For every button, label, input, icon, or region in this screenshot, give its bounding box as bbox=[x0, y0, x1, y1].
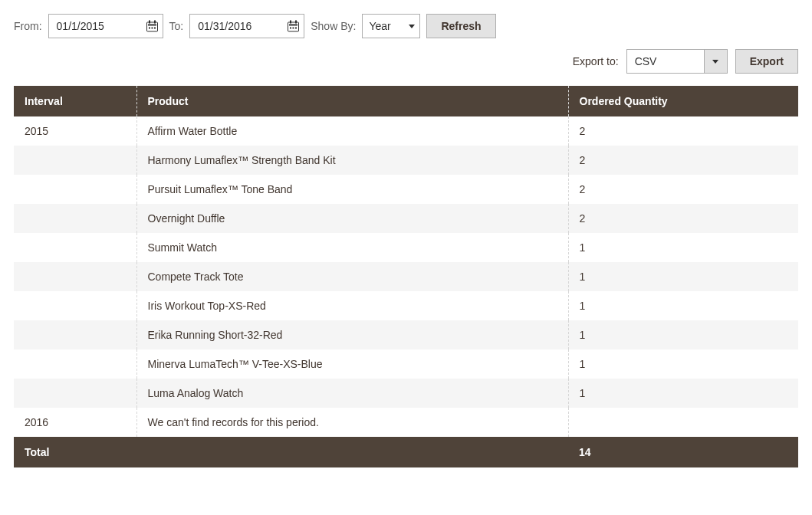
from-date-input[interactable] bbox=[48, 14, 163, 38]
table-header-row: Interval Product Ordered Quantity bbox=[14, 86, 798, 116]
cell-quantity bbox=[568, 408, 798, 437]
export-format-group bbox=[626, 49, 728, 74]
footer-empty bbox=[136, 437, 568, 467]
cell-interval bbox=[14, 233, 136, 262]
table-row: Harmony Lumaflex™ Strength Band Kit2 bbox=[14, 146, 798, 175]
cell-product: Luma Analog Watch bbox=[136, 379, 568, 408]
from-date-wrap bbox=[48, 14, 163, 38]
cell-interval bbox=[14, 146, 136, 175]
to-label: To: bbox=[169, 20, 184, 32]
cell-product: Overnight Duffle bbox=[136, 204, 568, 233]
export-button[interactable]: Export bbox=[735, 49, 798, 74]
cell-quantity: 1 bbox=[568, 320, 798, 349]
cell-quantity: 2 bbox=[568, 146, 798, 175]
cell-product: Pursuit Lumaflex™ Tone Band bbox=[136, 175, 568, 204]
cell-quantity: 2 bbox=[568, 116, 798, 146]
cell-product: Summit Watch bbox=[136, 233, 568, 262]
table-footer-row: Total 14 bbox=[14, 437, 798, 467]
table-row: Iris Workout Top-XS-Red1 bbox=[14, 291, 798, 320]
show-by-select[interactable]: Year bbox=[362, 14, 420, 38]
table-row: Pursuit Lumaflex™ Tone Band2 bbox=[14, 175, 798, 204]
filter-toolbar: From: To: Show By: Year Refresh bbox=[14, 14, 798, 38]
refresh-button[interactable]: Refresh bbox=[426, 14, 495, 38]
cell-interval bbox=[14, 320, 136, 349]
cell-product: Iris Workout Top-XS-Red bbox=[136, 291, 568, 320]
cell-product: Compete Track Tote bbox=[136, 262, 568, 291]
footer-label: Total bbox=[14, 437, 136, 467]
cell-product: Erika Running Short-32-Red bbox=[136, 320, 568, 349]
cell-empty-message: We can't find records for this period. bbox=[136, 408, 568, 437]
cell-interval bbox=[14, 291, 136, 320]
export-format-select[interactable] bbox=[627, 50, 704, 73]
table-row: 2016We can't find records for this perio… bbox=[14, 408, 798, 437]
table-row: Compete Track Tote1 bbox=[14, 262, 798, 291]
export-to-label: Export to: bbox=[573, 55, 619, 67]
cell-interval bbox=[14, 175, 136, 204]
export-format-caret[interactable] bbox=[704, 50, 727, 73]
export-toolbar: Export to: Export bbox=[14, 49, 798, 74]
cell-product: Affirm Water Bottle bbox=[136, 116, 568, 146]
report-table: Interval Product Ordered Quantity 2015Af… bbox=[14, 86, 798, 467]
header-product: Product bbox=[136, 86, 568, 116]
cell-quantity: 1 bbox=[568, 291, 798, 320]
table-row: 2015Affirm Water Bottle2 bbox=[14, 116, 798, 146]
chevron-down-icon bbox=[712, 58, 718, 64]
cell-quantity: 1 bbox=[568, 349, 798, 379]
cell-quantity: 1 bbox=[568, 233, 798, 262]
table-row: Summit Watch1 bbox=[14, 233, 798, 262]
header-interval: Interval bbox=[14, 86, 136, 116]
table-row: Erika Running Short-32-Red1 bbox=[14, 320, 798, 349]
show-by-label: Show By: bbox=[311, 20, 356, 32]
cell-quantity: 2 bbox=[568, 204, 798, 233]
to-date-input[interactable] bbox=[189, 14, 304, 38]
header-quantity: Ordered Quantity bbox=[568, 86, 798, 116]
cell-interval: 2015 bbox=[14, 116, 136, 146]
footer-qty: 14 bbox=[568, 437, 798, 467]
cell-interval bbox=[14, 349, 136, 379]
cell-quantity: 1 bbox=[568, 262, 798, 291]
cell-quantity: 1 bbox=[568, 379, 798, 408]
cell-interval bbox=[14, 379, 136, 408]
cell-interval bbox=[14, 204, 136, 233]
cell-product: Minerva LumaTech™ V-Tee-XS-Blue bbox=[136, 349, 568, 379]
from-label: From: bbox=[14, 20, 42, 32]
cell-interval: 2016 bbox=[14, 408, 136, 437]
table-row: Minerva LumaTech™ V-Tee-XS-Blue1 bbox=[14, 349, 798, 379]
cell-product: Harmony Lumaflex™ Strength Band Kit bbox=[136, 146, 568, 175]
cell-quantity: 2 bbox=[568, 175, 798, 204]
to-date-wrap bbox=[189, 14, 304, 38]
table-row: Overnight Duffle2 bbox=[14, 204, 798, 233]
cell-interval bbox=[14, 262, 136, 291]
table-row: Luma Analog Watch1 bbox=[14, 379, 798, 408]
